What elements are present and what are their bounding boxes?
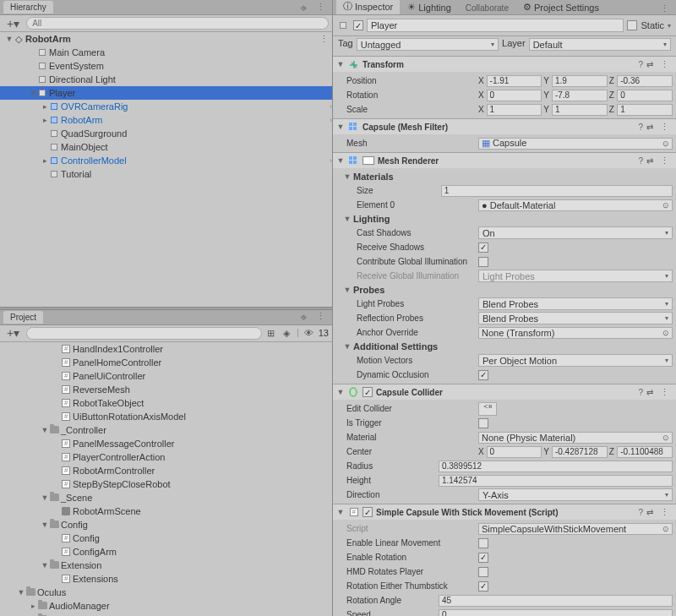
project-item[interactable]: PanelMessageController: [0, 437, 332, 450]
receive-shadows-checkbox[interactable]: [478, 243, 488, 253]
tab-project-settings[interactable]: ⚙Project Settings: [516, 0, 606, 14]
transform-header[interactable]: ▼ Transform ? ⇄ ⋮: [333, 57, 676, 72]
position-z[interactable]: [617, 75, 673, 87]
rot-angle-input[interactable]: [439, 595, 673, 607]
position-y[interactable]: [552, 75, 608, 87]
rot-thumb-checkbox[interactable]: [478, 581, 488, 591]
edit-collider-button[interactable]: ᑉᑊᑊ: [478, 402, 497, 416]
filter-icon[interactable]: ⊞: [265, 327, 277, 339]
hierarchy-item[interactable]: ▼Player: [0, 86, 332, 100]
scene-menu[interactable]: ⋮: [316, 34, 332, 45]
preset-icon[interactable]: ⇄: [646, 156, 653, 166]
project-item[interactable]: Config: [0, 532, 332, 545]
tab-collaborate[interactable]: Collaborate: [459, 2, 515, 14]
preset-icon[interactable]: ⇄: [646, 388, 653, 397]
project-item[interactable]: ▼Extension: [0, 559, 332, 572]
project-item[interactable]: Extensions: [0, 572, 332, 586]
mesh-field[interactable]: ▦ Capsule: [478, 138, 673, 150]
collider-enabled-checkbox[interactable]: [363, 387, 373, 397]
tag-dropdown[interactable]: Untagged: [357, 38, 499, 51]
component-menu[interactable]: ⋮: [657, 155, 673, 166]
anchor-field[interactable]: None (Transform): [478, 327, 673, 339]
favorites-icon[interactable]: ◈: [281, 327, 292, 339]
hierarchy-item[interactable]: ▸RobotArm›: [0, 113, 332, 127]
center-z[interactable]: [617, 446, 673, 458]
center-y[interactable]: [552, 446, 608, 458]
project-tab[interactable]: Project: [3, 311, 43, 324]
materials-size[interactable]: [441, 185, 673, 197]
meshrenderer-header[interactable]: ▼ Mesh Renderer ? ⇄ ⋮: [333, 153, 676, 168]
project-item[interactable]: RobotArmController: [0, 464, 332, 477]
component-menu[interactable]: ⋮: [657, 507, 673, 518]
scale-z[interactable]: [617, 104, 673, 116]
component-menu[interactable]: ⋮: [657, 59, 673, 70]
help-icon[interactable]: ?: [638, 388, 643, 397]
project-item[interactable]: RobotTakeObject: [0, 396, 332, 410]
tab-inspector[interactable]: ⓘInspector: [336, 0, 400, 14]
component-menu[interactable]: ⋮: [657, 122, 673, 133]
project-search-input[interactable]: [26, 327, 262, 340]
component-menu[interactable]: ⋮: [657, 387, 673, 398]
center-x[interactable]: [487, 446, 542, 458]
hierarchy-item[interactable]: Main Camera: [0, 46, 332, 59]
reflection-probes-dropdown[interactable]: Blend Probes: [478, 312, 673, 324]
scene-root[interactable]: ▼ ◇ RobotArm ⋮: [0, 32, 332, 46]
motion-dropdown[interactable]: Per Object Motion: [478, 354, 673, 367]
project-menu[interactable]: ⋮: [313, 311, 329, 323]
project-item[interactable]: ReverseMesh: [0, 383, 332, 396]
material-color[interactable]: [363, 156, 374, 165]
project-item[interactable]: PlayerControllerAction: [0, 450, 332, 464]
hierarchy-tab[interactable]: Hierarchy: [3, 1, 53, 14]
scale-y[interactable]: [552, 104, 608, 116]
active-checkbox[interactable]: [353, 20, 363, 30]
preset-icon[interactable]: ⇄: [646, 508, 653, 517]
preset-icon[interactable]: ⇄: [646, 60, 653, 69]
hidden-icon[interactable]: 👁: [303, 327, 315, 339]
hierarchy-lock-icon[interactable]: ⎆: [297, 2, 309, 14]
hierarchy-item[interactable]: EventSystem: [0, 59, 332, 73]
direction-dropdown[interactable]: Y-Axis: [478, 488, 673, 501]
project-item[interactable]: ConfigArm: [0, 545, 332, 559]
project-item[interactable]: StepByStepCloseRobot: [0, 477, 332, 491]
preset-icon[interactable]: ⇄: [646, 123, 653, 132]
enable-rotation-checkbox[interactable]: [478, 553, 488, 563]
cast-shadows-dropdown[interactable]: On: [478, 226, 673, 239]
project-item[interactable]: ▼_Scene: [0, 491, 332, 504]
speed-input[interactable]: [439, 609, 673, 617]
rotation-y[interactable]: [552, 90, 608, 101]
element0-field[interactable]: ● Default-Material: [478, 199, 673, 211]
layer-dropdown[interactable]: Default: [529, 38, 671, 51]
project-lock-icon[interactable]: ⎆: [297, 311, 309, 323]
project-item[interactable]: HandIndex1Controller: [0, 342, 332, 356]
project-item[interactable]: ▼Oculus: [0, 586, 332, 599]
project-item[interactable]: ▼Config: [0, 518, 332, 532]
hierarchy-item[interactable]: ▸OVRCameraRig›: [0, 100, 332, 113]
position-x[interactable]: [487, 75, 542, 87]
trigger-checkbox[interactable]: [478, 418, 488, 428]
rotation-x[interactable]: [487, 90, 542, 101]
radius-input[interactable]: [439, 461, 673, 472]
physic-material-field[interactable]: None (Physic Material): [478, 432, 673, 444]
static-checkbox[interactable]: [627, 20, 637, 30]
dynamic-checkbox[interactable]: [478, 370, 488, 380]
contribute-gi-checkbox[interactable]: [478, 257, 488, 267]
hmd-checkbox[interactable]: [478, 567, 488, 577]
enable-linear-checkbox[interactable]: [478, 538, 488, 548]
capsule-collider-header[interactable]: ▼ Capsule Collider ? ⇄ ⋮: [333, 384, 676, 400]
meshfilter-header[interactable]: ▼ Capsule (Mesh Filter) ? ⇄ ⋮: [333, 119, 676, 134]
hierarchy-item[interactable]: MainObject: [0, 140, 332, 154]
help-icon[interactable]: ?: [638, 508, 643, 517]
static-dropdown[interactable]: ▾: [668, 22, 671, 30]
help-icon[interactable]: ?: [638, 123, 643, 132]
project-item[interactable]: RobotArmScene: [0, 504, 332, 518]
object-name-input[interactable]: [367, 19, 624, 32]
project-item[interactable]: PanelHomeController: [0, 356, 332, 369]
hierarchy-menu[interactable]: ⋮: [313, 2, 329, 14]
inspector-menu[interactable]: ⋮: [657, 3, 673, 14]
hierarchy-item[interactable]: ▸ControllerModel›: [0, 154, 332, 167]
project-item[interactable]: ▼_Controller: [0, 423, 332, 437]
project-item[interactable]: UiButtonRotationAxisModel: [0, 410, 332, 423]
height-input[interactable]: [439, 475, 673, 487]
hierarchy-item[interactable]: Tutorial: [0, 167, 332, 181]
rotation-z[interactable]: [617, 90, 673, 101]
